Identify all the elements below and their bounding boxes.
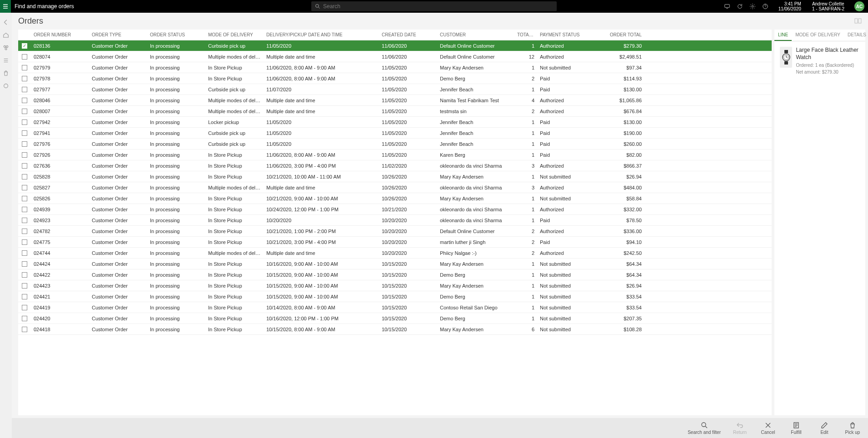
time-block: 3:41 PM 11/06/2020 [778, 1, 801, 11]
svg-rect-2 [725, 5, 730, 8]
topbar-right: 3:41 PM 11/06/2020 Andrew Collette 1 - S… [724, 1, 868, 11]
refresh-icon[interactable] [737, 3, 743, 10]
user-loc: 1 - SANFRAN-2 [812, 6, 844, 11]
page-title: Find and manage orders [15, 3, 74, 10]
svg-point-4 [752, 5, 753, 7]
settings-icon[interactable] [749, 3, 756, 10]
user-block: Andrew Collette 1 - SANFRAN-2 [812, 1, 844, 11]
search-input[interactable] [323, 3, 553, 10]
date-label: 11/06/2020 [778, 6, 801, 11]
time-label: 3:41 PM [778, 1, 801, 6]
svg-line-1 [319, 7, 320, 9]
global-search[interactable] [311, 1, 557, 11]
avatar[interactable]: AC [854, 1, 864, 11]
user-name: Andrew Collette [812, 1, 844, 6]
top-bar: Find and manage orders 3:41 PM 11/06/202… [0, 0, 868, 13]
search-icon [315, 4, 320, 9]
svg-point-0 [316, 5, 319, 8]
menu-button[interactable] [0, 0, 11, 13]
screen-icon[interactable] [724, 3, 730, 10]
help-icon[interactable] [762, 3, 768, 10]
